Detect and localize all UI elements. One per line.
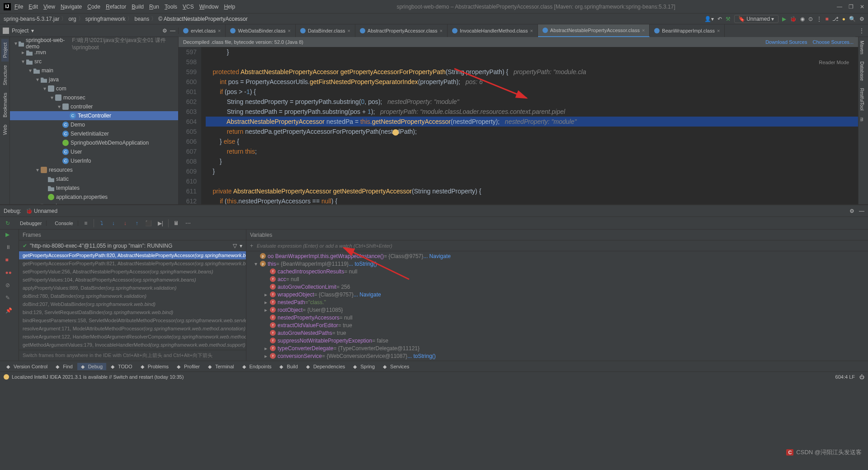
maximize-button[interactable]: ❐ <box>849 4 854 10</box>
update-icon[interactable]: ● <box>842 16 845 22</box>
tree-node[interactable]: static <box>10 174 178 183</box>
stack-frame[interactable]: getPropertyAccessorForPropertyPath:821, … <box>19 259 246 268</box>
stack-frame[interactable]: getMethodArgumentValues:179, InvocableHa… <box>19 341 246 349</box>
tree-node[interactable]: ▾resources <box>10 165 178 174</box>
editor-tab[interactable]: DataBinder.class× <box>296 24 355 37</box>
close-tab-icon[interactable]: × <box>440 28 443 33</box>
close-tab-icon[interactable]: × <box>288 28 290 33</box>
back-button[interactable]: ↶ <box>717 16 722 22</box>
variable-row[interactable]: fnestedPropertyAccessors = null <box>246 314 868 321</box>
user-icon[interactable]: 👤▾ <box>704 16 714 22</box>
menu-build[interactable]: Build <box>132 4 144 10</box>
hide-button[interactable]: — <box>170 28 175 34</box>
profile-button[interactable]: ⊙ <box>808 16 813 22</box>
stack-frame[interactable]: applyPropertyValues:889, DataBinder (org… <box>19 284 246 292</box>
force-step-into-button[interactable]: ↓ <box>121 219 129 227</box>
caret-position[interactable]: 604:4 LF <box>835 374 855 380</box>
trace-button[interactable]: ⋯ <box>184 219 192 227</box>
variables-tree[interactable]: poo BeanWrapperImpl.this.getWrappedInsta… <box>246 251 868 361</box>
pin-button[interactable]: 📌 <box>5 307 14 315</box>
variable-row[interactable]: poo BeanWrapperImpl.this.getWrappedInsta… <box>246 252 868 260</box>
project-tree[interactable]: ▾springboot-web-demo F:\暗月\2021\java安全\j… <box>10 37 178 204</box>
power-icon[interactable]: ⏻ <box>859 374 864 380</box>
variable-row[interactable]: fautoGrowCollectionLimit = 256 <box>246 283 868 291</box>
debug-config-tab[interactable]: 🐞 Unnamed <box>26 208 57 214</box>
stack-frame[interactable]: bind:129, ServletRequestDataBinder (org.… <box>19 308 246 316</box>
close-tab-icon[interactable]: × <box>642 28 645 33</box>
resume-button[interactable]: ▶ <box>5 231 14 240</box>
tree-node[interactable]: Demo <box>10 120 178 129</box>
tool-restful[interactable]: RestfulTool <box>859 85 865 114</box>
menu-file[interactable]: File <box>14 4 23 10</box>
close-button[interactable]: ✕ <box>860 4 864 10</box>
step-into-button[interactable]: ↓ <box>109 219 118 227</box>
stack-frame[interactable]: resolveArgument:171, ModelAttributeMetho… <box>19 324 246 333</box>
close-tab-icon[interactable]: × <box>530 28 533 33</box>
bottom-tool-find[interactable]: ◆Find <box>52 363 76 370</box>
tool-m[interactable]: m <box>859 114 865 125</box>
choose-sources-link[interactable]: Choose Sources... <box>813 39 854 45</box>
editor-tab[interactable]: BeanWrapperImpl.class× <box>650 24 725 37</box>
tree-node[interactable]: User <box>10 147 178 156</box>
git-button[interactable]: ⎇ <box>832 16 839 22</box>
step-over-button[interactable]: ⤵ <box>98 219 106 227</box>
stack-frame[interactable]: doBind:780, DataBinder (org.springframew… <box>19 292 246 300</box>
tool-maven[interactable]: Maven <box>859 37 865 58</box>
search-icon[interactable]: 🔍 <box>849 16 856 22</box>
breadcrumb-item[interactable]: springframework <box>85 16 126 22</box>
add-watch-icon[interactable]: + <box>250 243 253 249</box>
variable-row[interactable]: ▸frootObject = {User@11085} <box>246 306 868 314</box>
more-button[interactable]: ⋮ <box>816 16 822 22</box>
variable-row[interactable]: facc = null <box>246 275 868 283</box>
frames-list[interactable]: getPropertyAccessorForPropertyPath:820, … <box>19 251 246 350</box>
bottom-tool-spring[interactable]: ◆Spring <box>349 363 378 370</box>
variable-row[interactable]: ▸ftypeConverterDelegate = {TypeConverter… <box>246 344 868 352</box>
menu-refactor[interactable]: Refactor <box>106 4 126 10</box>
run-to-cursor-button[interactable]: ▶| <box>156 219 165 227</box>
stack-frame[interactable]: bindRequestParameters:158, ServletModelA… <box>19 316 246 324</box>
bottom-tool-terminal[interactable]: ◆Terminal <box>204 363 238 370</box>
run-config-selector[interactable]: 🔖 Unnamed ▾ <box>734 15 778 23</box>
tree-node[interactable]: ▾controller <box>10 102 178 111</box>
intention-bulb-icon[interactable] <box>392 129 399 136</box>
tree-node[interactable]: ▾java <box>10 75 178 84</box>
project-settings-icon[interactable]: ⚙ <box>162 28 167 34</box>
variable-row[interactable]: ▾pthis = {BeanWrapperImpl@11119} ... toS… <box>246 260 868 268</box>
tool-bookmarks[interactable]: Bookmarks <box>1 89 9 121</box>
settings-icon[interactable]: ⚙ <box>859 16 864 22</box>
evaluate-button[interactable]: 🖩 <box>172 219 180 227</box>
settings-button[interactable]: ✎ <box>5 295 14 303</box>
rerun-button[interactable]: ↻ <box>4 219 12 227</box>
code-body[interactable]: } protected AbstractNestablePropertyAcce… <box>201 47 858 204</box>
download-sources-link[interactable]: Download Sources <box>765 39 807 45</box>
reader-mode-label[interactable]: Reader Mode <box>819 60 849 65</box>
minimize-button[interactable]: — <box>837 4 842 10</box>
tree-node[interactable]: TestController <box>10 111 178 120</box>
breadcrumb-item[interactable]: org <box>68 16 76 22</box>
tree-node[interactable]: ▾webapp <box>10 202 178 204</box>
stack-frame[interactable]: setPropertyValues:104, AbstractPropertyA… <box>19 276 246 284</box>
bottom-tool-profiler[interactable]: ◆Profiler <box>173 363 203 370</box>
filter-icon[interactable]: ▽ <box>233 243 237 249</box>
bottom-tool-problems[interactable]: ◆Problems <box>137 363 172 370</box>
editor-tab[interactable]: AbstractNestablePropertyAccessor.class× <box>538 24 650 37</box>
pause-button[interactable]: ⏸ <box>5 244 14 252</box>
tree-node[interactable]: ▾main <box>10 66 178 75</box>
tree-node[interactable]: application.properties <box>10 193 178 202</box>
bottom-tool-services[interactable]: ◆Services <box>379 363 413 370</box>
close-tab-icon[interactable]: × <box>347 28 350 33</box>
tree-node[interactable]: ▾springboot-web-demo F:\暗月\2021\java安全\j… <box>10 39 178 48</box>
tool-structure[interactable]: Structure <box>1 61 9 89</box>
debug-settings-icon[interactable]: ⚙ <box>849 208 854 214</box>
debugger-tab[interactable]: Debugger <box>15 221 47 226</box>
variable-row[interactable]: ▸fconversionService = {WebConversionServ… <box>246 352 868 360</box>
menu-run[interactable]: Run <box>149 4 159 10</box>
variable-row[interactable]: fsuppressNotWritablePropertyException = … <box>246 337 868 344</box>
tree-node[interactable]: ▾moonsec <box>10 93 178 102</box>
breadcrumb-item[interactable]: beans <box>134 16 149 22</box>
bottom-tool-todo[interactable]: ◆TODO <box>107 363 136 370</box>
variable-row[interactable]: fautoGrowNestedPaths = true <box>246 329 868 337</box>
stack-frame[interactable]: resolveArgument:122, HandlerMethodArgume… <box>19 333 246 341</box>
close-tab-icon[interactable]: × <box>717 28 720 33</box>
stop-button[interactable]: ■ <box>5 257 14 265</box>
